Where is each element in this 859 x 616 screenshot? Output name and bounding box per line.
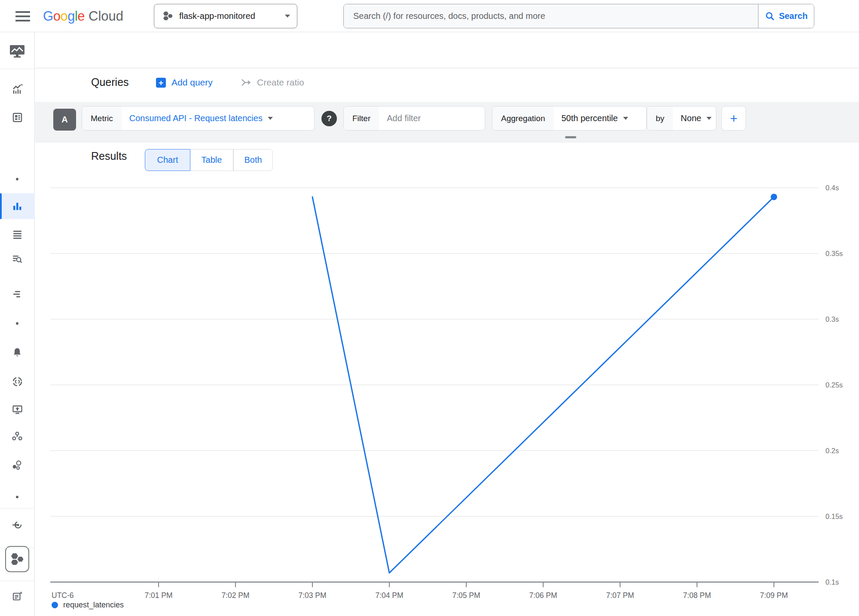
series-end-point[interactable] (771, 194, 777, 200)
groups-icon (12, 431, 23, 442)
stacked-lines-icon (12, 229, 23, 240)
sidebar-item-groups[interactable] (9, 427, 26, 445)
alerting-bell-icon (12, 347, 23, 358)
sidebar-item-overview[interactable] (9, 80, 26, 98)
aggregation-value: 50th percentile (561, 113, 618, 123)
hexagon-project-icon (9, 552, 25, 567)
x-axis-label: 7:05 PM (452, 591, 480, 600)
tab-both[interactable]: Both (233, 149, 273, 171)
google-cloud-logo: Google Cloud (43, 0, 123, 32)
page-header: Metrics explorer (35, 32, 859, 68)
results-heading: Results (91, 150, 127, 162)
uptime-check-icon (12, 376, 23, 387)
y-axis-label: 0.4s (825, 184, 839, 192)
y-axis-label: 0.15s (825, 512, 843, 520)
sidebar-item-log-search[interactable] (9, 250, 26, 267)
metric-help-button[interactable]: ? (321, 111, 337, 126)
tab-chart[interactable]: Chart (145, 149, 190, 171)
sidebar (0, 32, 35, 616)
sidebar-separator (0, 548, 35, 548)
sidebar-item-uptime-checks[interactable] (9, 373, 26, 390)
search-button[interactable]: Search (758, 4, 814, 28)
x-axis-label: 7:02 PM (221, 591, 249, 600)
metric-dropdown[interactable]: Metric Consumed API - Request latencies (82, 106, 315, 131)
x-axis-label: 7:08 PM (683, 591, 711, 600)
group-by-dropdown[interactable]: by None (647, 106, 716, 131)
x-axis-label: 7:03 PM (298, 591, 326, 600)
queries-row: Queries + Add query Create ratio (35, 69, 859, 102)
panel-resize-handle[interactable] (565, 136, 576, 138)
section-dot (16, 178, 18, 180)
timezone-label: UTC-6 (52, 591, 74, 600)
aggregation-dropdown[interactable]: Aggregation 50th percentile (492, 106, 647, 131)
sidebar-item-list[interactable] (9, 226, 26, 243)
section-dot (16, 322, 18, 325)
add-aggregation-button[interactable]: + (721, 106, 746, 131)
chevron-down-icon (268, 117, 273, 120)
log-search-icon (12, 253, 23, 264)
results-view-toggle: Chart Table Both (145, 149, 273, 171)
sidebar-item-dashboards[interactable] (9, 109, 26, 126)
sidebar-item-project-hexagons[interactable] (5, 546, 29, 572)
sidebar-separator (0, 508, 35, 509)
sidebar-item-metrics-explorer[interactable] (9, 198, 26, 215)
metrics-explorer-bars-icon (12, 201, 23, 212)
metric-label: Metric (82, 107, 122, 130)
x-axis-label: 7:04 PM (375, 591, 403, 600)
sidebar-item-monitoring-home[interactable] (9, 43, 26, 60)
results-row: Results Chart Table Both (35, 143, 859, 176)
filter-label: Filter (344, 107, 379, 130)
query-letter-chip[interactable]: A (53, 109, 76, 131)
cloud-wordmark: Cloud (89, 9, 123, 24)
filter-input[interactable] (387, 113, 468, 123)
chevron-down-icon (285, 15, 290, 18)
metric-value: Consumed API - Request latencies (129, 113, 263, 123)
global-search: Search (343, 4, 814, 28)
y-axis-label: 0.35s (825, 250, 843, 257)
vm-monitor-icon (12, 404, 23, 415)
sidebar-item-release-notes[interactable] (9, 588, 26, 605)
x-axis-label: 7:01 PM (144, 591, 172, 600)
sidebar-item-trace[interactable] (9, 286, 26, 303)
sidebar-separator (0, 581, 35, 581)
integrations-cluster-icon (12, 460, 23, 471)
y-axis-label: 0.25s (825, 381, 843, 389)
add-query-button[interactable]: + Add query (156, 77, 213, 88)
monitoring-product-icon (9, 44, 25, 59)
app-bar: Google Cloud flask-app-monitored S (0, 0, 859, 32)
search-icon (765, 11, 775, 21)
y-axis-label: 0.1s (825, 578, 839, 586)
x-axis-label: 7:07 PM (606, 591, 634, 600)
x-axis-label: 7:09 PM (760, 591, 788, 600)
y-axis-label: 0.2s (825, 447, 839, 454)
chevron-down-icon (623, 117, 628, 120)
project-selector[interactable]: flask-app-monitored (154, 4, 297, 28)
y-axis-label: 0.3s (825, 315, 839, 323)
aggregation-label: Aggregation (492, 107, 553, 130)
line-chart-icon (12, 83, 23, 95)
project-hexagons-icon (162, 11, 173, 21)
release-notes-icon (12, 591, 23, 602)
sidebar-separator (0, 69, 35, 69)
plus-icon: + (156, 78, 166, 88)
sidebar-item-integrations[interactable] (9, 457, 26, 474)
by-label: by (647, 107, 673, 130)
queries-heading: Queries (91, 76, 129, 88)
sidebar-selected-indicator (0, 193, 2, 219)
sidebar-item-alerting[interactable] (9, 344, 26, 361)
chevron-down-icon (706, 117, 712, 120)
legend-label: request_latencies (63, 601, 124, 610)
x-axis-label: 7:06 PM (529, 591, 557, 600)
hamburger-menu-icon[interactable] (15, 11, 30, 21)
dashboards-icon (12, 112, 23, 123)
tab-table[interactable]: Table (190, 149, 233, 171)
query-builder: A Metric Consumed API - Request latencie… (35, 102, 859, 143)
legend-item[interactable]: request_latencies (52, 601, 124, 610)
sidebar-item-vm-instances[interactable] (9, 401, 26, 418)
project-name: flask-app-monitored (179, 11, 285, 21)
search-input[interactable] (344, 4, 758, 28)
sidebar-item-scope[interactable] (9, 516, 26, 534)
section-dot (16, 496, 18, 498)
create-ratio-button[interactable]: Create ratio (241, 77, 304, 88)
trace-spans-icon (12, 289, 23, 300)
